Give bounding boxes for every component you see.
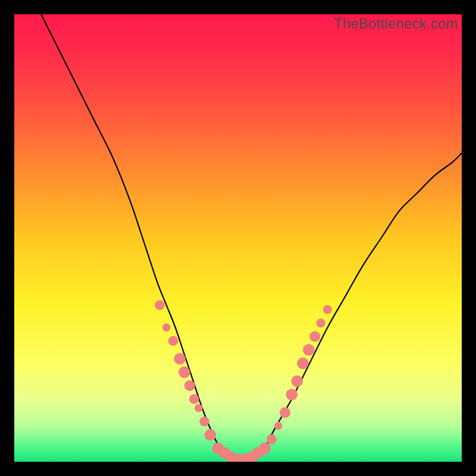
- curve-layer: [14, 14, 462, 462]
- curve-marker: [259, 443, 271, 455]
- curve-markers: [155, 300, 332, 462]
- curve-marker: [297, 358, 309, 369]
- curve-marker: [286, 389, 298, 400]
- bottleneck-curve: [41, 14, 462, 462]
- curve-marker: [199, 416, 209, 427]
- plot-area: TheBottleneck.com: [14, 14, 462, 462]
- curve-marker: [292, 375, 303, 387]
- curve-marker: [205, 429, 217, 441]
- curve-marker: [317, 318, 325, 327]
- curve-marker: [184, 380, 195, 391]
- curve-marker: [303, 344, 315, 356]
- chart-frame: TheBottleneck.com: [0, 0, 476, 476]
- curve-marker: [178, 367, 190, 378]
- watermark-text: TheBottleneck.com: [334, 15, 458, 32]
- curve-marker: [274, 422, 283, 430]
- curve-marker: [280, 407, 290, 418]
- curve-marker: [189, 394, 199, 404]
- curve-marker: [168, 336, 178, 346]
- curve-marker: [323, 305, 332, 314]
- curve-marker: [174, 353, 186, 365]
- curve-marker: [267, 434, 277, 444]
- curve-marker: [162, 324, 171, 332]
- curve-marker: [155, 300, 165, 311]
- curve-marker: [195, 404, 203, 412]
- curve-marker: [309, 331, 320, 342]
